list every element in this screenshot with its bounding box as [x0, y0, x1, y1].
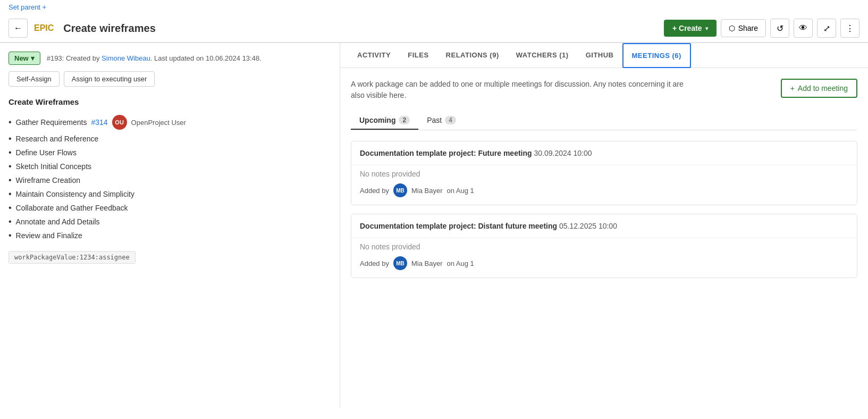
added-by-date: on Aug 1	[446, 187, 474, 195]
more-icon: ⋮	[846, 23, 854, 33]
user-label: OpenProject User	[131, 119, 186, 127]
added-by-name: Mia Bayer	[411, 187, 443, 195]
eye-icon: 👁	[799, 23, 807, 33]
added-by: Added by MB Mia Bayer on Aug 1	[360, 256, 848, 270]
status-chevron-icon: ▾	[31, 54, 35, 62]
meeting-tabs: Upcoming 2 Past 4	[351, 112, 857, 130]
code-snippet: workPackageValue:1234:assignee	[9, 251, 136, 264]
tab-files[interactable]: FILES	[399, 44, 437, 68]
meetings-header: A work package can be added to one or mu…	[351, 79, 857, 101]
past-label: Past	[427, 116, 442, 124]
task-link[interactable]: #314	[91, 118, 107, 127]
task-text: Maintain Consistency and Simplicity	[16, 190, 134, 198]
list-item: Annotate and Add Details	[9, 215, 331, 229]
meetings-description: A work package can be added to one or mu…	[351, 79, 691, 101]
task-text: Sketch Initial Concepts	[16, 162, 91, 171]
task-text: Research and Reference	[16, 135, 99, 143]
set-parent-bar[interactable]: Set parent +	[0, 0, 868, 14]
list-item: Collaborate and Gather Feedback	[9, 201, 331, 215]
added-by-prefix: Added by	[360, 187, 389, 195]
added-by-name: Mia Bayer	[411, 259, 443, 267]
create-label: + Create	[672, 24, 702, 32]
added-by-prefix: Added by	[360, 259, 389, 267]
top-bar: ← EPIC Create wireframes + Create ▾ ⬡ Sh…	[0, 14, 868, 43]
top-bar-right: + Create ▾ ⬡ Share ↺ 👁 ⤢ ⋮	[664, 19, 859, 38]
status-label: New	[14, 54, 29, 62]
upcoming-label: Upcoming	[359, 116, 395, 124]
tab-github[interactable]: GITHUB	[577, 44, 622, 68]
tab-relations[interactable]: RELATIONS (9)	[437, 44, 508, 68]
list-item: Review and Finalize	[9, 229, 331, 242]
set-parent-link[interactable]: Set parent +	[9, 3, 46, 11]
action-buttons: Self-Assign Assign to executing user	[9, 71, 331, 87]
task-text: Define User Flows	[16, 148, 77, 157]
meeting-card-body: No notes provided Added by MB Mia Bayer …	[351, 165, 857, 205]
upcoming-count: 2	[399, 116, 410, 124]
list-item: Sketch Initial Concepts	[9, 160, 331, 173]
added-by: Added by MB Mia Bayer on Aug 1	[360, 183, 848, 197]
main-layout: New ▾ #193: Created by Simone Wibeau. La…	[0, 43, 868, 408]
preview-button[interactable]: 👁	[794, 19, 813, 38]
tab-meetings[interactable]: MEETINGS (6)	[622, 43, 691, 68]
meeting-date: 30.09.2024 10:00	[534, 149, 592, 157]
task-text: Wireframe Creation	[16, 176, 80, 185]
status-badge[interactable]: New ▾	[9, 52, 40, 65]
add-to-meeting-button[interactable]: + Add to meeting	[781, 79, 857, 98]
meeting-card-header: Documentation template project: Future m…	[351, 141, 857, 165]
more-options-button[interactable]: ⋮	[840, 19, 859, 38]
meeting-card-header: Documentation template project: Distant …	[351, 214, 857, 238]
tab-watchers[interactable]: WATCHERS (1)	[508, 44, 577, 68]
epic-label: EPIC	[34, 23, 54, 33]
tab-activity[interactable]: ACTIVITY	[349, 44, 399, 68]
tabs-row: ACTIVITY FILES RELATIONS (9) WATCHERS (1…	[340, 43, 868, 68]
list-item: Gather Requirements #314 OU OpenProject …	[9, 113, 331, 132]
back-button[interactable]: ←	[9, 19, 28, 38]
expand-icon: ⤢	[823, 23, 830, 33]
share-button[interactable]: ⬡ Share	[721, 19, 766, 37]
right-content: A work package can be added to one or mu…	[340, 68, 868, 408]
share-label: Share	[738, 24, 758, 32]
history-icon: ↺	[777, 23, 783, 33]
meeting-date: 05.12.2025 10:00	[559, 222, 617, 230]
meeting-tab-upcoming[interactable]: Upcoming 2	[351, 112, 418, 130]
right-panel: ACTIVITY FILES RELATIONS (9) WATCHERS (1…	[340, 43, 868, 408]
task-text: Review and Finalize	[16, 231, 82, 240]
avatar: OU	[112, 115, 127, 130]
self-assign-button[interactable]: Self-Assign	[9, 71, 60, 87]
share-icon: ⬡	[729, 24, 735, 32]
task-text: Collaborate and Gather Feedback	[16, 204, 128, 212]
list-item: Define User Flows	[9, 146, 331, 160]
list-item: Wireframe Creation	[9, 173, 331, 187]
added-by-date: on Aug 1	[446, 259, 474, 267]
no-notes-text: No notes provided	[360, 170, 848, 178]
history-button[interactable]: ↺	[770, 19, 789, 38]
meeting-title: Documentation template project: Future m…	[360, 149, 532, 157]
chevron-down-icon: ▾	[705, 26, 708, 31]
plus-icon: +	[790, 84, 795, 93]
meeting-title: Documentation template project: Distant …	[360, 222, 557, 230]
section-title: Create Wireframes	[9, 97, 331, 106]
past-count: 4	[445, 116, 456, 124]
task-text: Annotate and Add Details	[16, 217, 100, 226]
list-item: Maintain Consistency and Simplicity	[9, 187, 331, 201]
meta-text: #193: Created by Simone Wibeau. Last upd…	[47, 54, 262, 62]
list-item: Research and Reference	[9, 132, 331, 146]
avatar: MB	[393, 256, 407, 270]
no-notes-text: No notes provided	[360, 242, 848, 251]
meeting-card: Documentation template project: Future m…	[351, 141, 857, 205]
task-list: Gather Requirements #314 OU OpenProject …	[9, 113, 331, 242]
creator-link[interactable]: Simone Wibeau	[102, 54, 150, 62]
meeting-card: Documentation template project: Distant …	[351, 214, 857, 278]
page-title: Create wireframes	[63, 22, 155, 35]
left-panel: New ▾ #193: Created by Simone Wibeau. La…	[0, 43, 340, 408]
create-button[interactable]: + Create ▾	[664, 20, 717, 37]
avatar: MB	[393, 183, 407, 197]
status-row: New ▾ #193: Created by Simone Wibeau. La…	[9, 52, 331, 65]
fullscreen-button[interactable]: ⤢	[817, 19, 836, 38]
add-meeting-label: Add to meeting	[798, 84, 848, 93]
meeting-tab-past[interactable]: Past 4	[418, 112, 465, 130]
assign-executing-button[interactable]: Assign to executing user	[64, 71, 155, 87]
meeting-card-body: No notes provided Added by MB Mia Bayer …	[351, 238, 857, 278]
task-text: Gather Requirements	[16, 118, 87, 127]
